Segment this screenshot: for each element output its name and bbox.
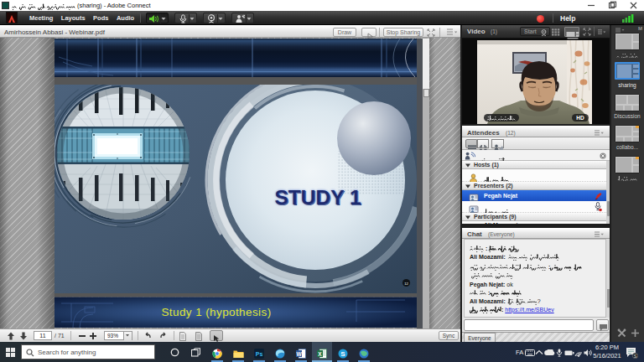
svg-text:S: S (340, 350, 345, 358)
svg-text:HD: HD (576, 115, 584, 121)
svg-text:STUDY 1: STUDY 1 (274, 186, 361, 209)
svg-text:X: X (318, 351, 322, 357)
svg-text:12: 12 (404, 282, 408, 286)
svg-text:W: W (296, 351, 302, 357)
svg-text:Ps: Ps (256, 351, 263, 357)
svg-text:S: S (634, 354, 637, 359)
svg-text:Study 1 (hypothesis): Study 1 (hypothesis) (161, 306, 271, 318)
